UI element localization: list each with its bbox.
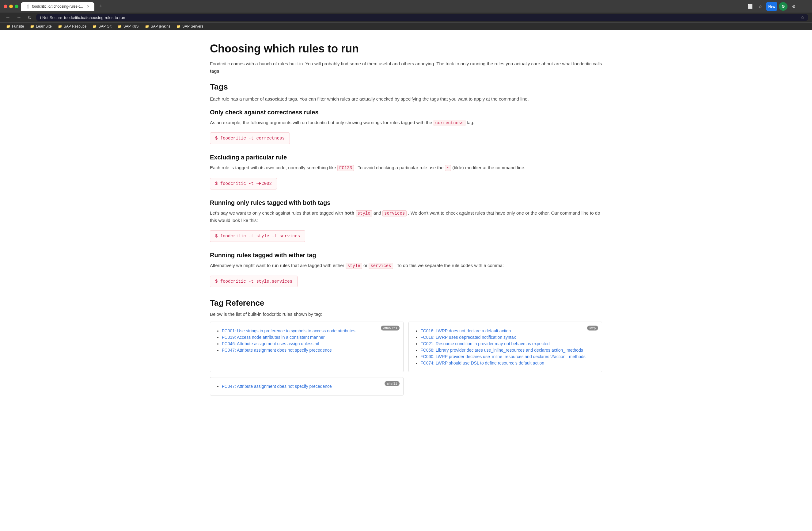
browser-tab[interactable]: 🍴 foodcritic.io/#choosing-rules-to-run × [21,2,95,11]
fc016-link[interactable]: FC016: LWRP does not declare a default a… [420,328,511,333]
new-badge-icon[interactable]: New [766,2,777,11]
intro-paragraph: Foodcritic comes with a bunch of rules b… [210,60,602,75]
attributes-badge: attributes [381,326,400,330]
list-item: FC047: Attribute assignment does not spe… [222,384,397,389]
folder-icon: 📁 [6,25,11,29]
bookmarks-bar: 📁 Funsite 📁 LearnSite 📁 SAP Resouce 📁 SA… [0,23,812,30]
bookmark-funsite-label: Funsite [12,24,24,29]
tab-favicon: 🍴 [26,4,30,9]
folder-icon: 📁 [176,25,181,29]
intro-bold: tags [210,68,219,74]
fc060-link[interactable]: FC060: LWRP provider declares use_inline… [420,354,585,359]
reload-button[interactable]: ↻ [26,14,33,21]
services-code2: services [368,263,393,269]
bookmark-sap-resource[interactable]: 📁 SAP Resouce [56,23,89,29]
list-item: FC016: LWRP does not declare a default a… [420,328,596,333]
new-tab-button[interactable]: + [97,2,105,11]
window-controls [4,4,18,8]
chef11-list: FC047: Attribute assignment does not spe… [216,384,397,389]
list-item: FC058: Library provider declares use_inl… [420,348,596,353]
settings-icon[interactable]: ⋮ [800,2,808,11]
running-both-heading: Running only rules tagged with both tags [210,199,602,206]
tag-card-chef11: chef11 FC047: Attribute assignment does … [210,377,404,396]
fc019-link[interactable]: FC019: Access node attributes in a consi… [222,335,324,340]
fc046-link[interactable]: FC046: Attribute assignment uses assign … [222,341,319,346]
fc001-link[interactable]: FC001: Use strings in preference to symb… [222,328,356,333]
bookmark-sap-servers[interactable]: 📁 SAP Servers [174,23,206,29]
tilde-code: ~ [445,165,451,171]
list-item: FC047: Attribute assignment does not spe… [222,348,397,353]
tags-intro: Each rule has a number of associated tag… [210,95,602,103]
not-secure-indicator: ℹ Not Secure [40,15,62,20]
bookmark-sap-jenkins-label: SAP jenkins [151,24,170,29]
list-item: FC074: LWRP should use DSL to define res… [420,360,596,365]
fc047-link[interactable]: FC047: Attribute assignment does not spe… [222,348,332,353]
user-avatar-icon[interactable]: G [779,2,787,11]
close-window-button[interactable] [4,4,8,8]
only-check-heading: Only check against correctness rules [210,109,602,116]
bookmark-learnsite-label: LearnSite [36,24,52,29]
list-item: FC019: Access node attributes in a consi… [222,335,397,340]
running-both-code-block: $ foodcritic -t style -t services [210,230,305,242]
back-button[interactable]: ← [4,14,12,21]
extensions-icon[interactable]: ⚙ [789,2,798,11]
page-content: Choosing which rules to run Foodcritic c… [191,30,621,408]
bookmark-star-icon[interactable]: ☆ [756,2,765,11]
maximize-window-button[interactable] [15,4,18,8]
running-both-text: Let's say we want to only check against … [210,210,602,224]
bookmark-sap-git[interactable]: 📁 SAP Git [90,23,114,29]
bookmark-sap-k8s[interactable]: 📁 SAP K8S [115,23,141,29]
page-title: Choosing which rules to run [210,42,602,55]
screen-cast-icon[interactable]: ⬜ [745,2,754,11]
bookmark-sap-git-label: SAP Git [98,24,111,29]
browser-titlebar: 🍴 foodcritic.io/#choosing-rules-to-run ×… [0,0,812,13]
fc018-link[interactable]: FC018: LWRP uses deprecated notification… [420,335,516,340]
running-either-code-block: $ foodcritic -t style,services [210,276,298,287]
fc074-link[interactable]: FC074: LWRP should use DSL to define res… [420,360,544,365]
address-text[interactable]: foodcritic.io/#choosing-rules-to-run [64,15,799,20]
tag-card-lwrp: lwrp FC016: LWRP does not declare a defa… [408,321,602,372]
list-item: FC001: Use strings in preference to symb… [222,328,397,333]
list-item: FC060: LWRP provider declares use_inline… [420,354,596,359]
tags-heading: Tags [210,82,602,92]
excluding-code: $ foodcritic -t ~FC002 [215,181,272,186]
chef11-badge: chef11 [385,381,400,386]
running-either-text: Alternatively we might want to run rules… [210,262,602,269]
running-either-text3: . To do this we separate the rule codes … [394,263,504,268]
folder-icon: 📁 [58,25,62,29]
tag-reference-intro: Below is the list of built-in foodcritic… [210,312,602,317]
tag-grid: attributes FC001: Use strings in prefere… [210,321,602,396]
excluding-text1: Each rule is tagged with its own code, n… [210,165,336,170]
bookmark-learnsite[interactable]: 📁 LearnSite [28,23,54,29]
running-both-text1: Let's say we want to only check against … [210,210,343,216]
running-either-code: $ foodcritic -t style,services [215,279,292,284]
bookmark-sap-resource-label: SAP Resouce [64,24,87,29]
style-code2: style [346,263,362,269]
only-check-text2: tag. [467,120,474,125]
correctness-tag: correctness [434,120,465,126]
bookmark-sap-jenkins[interactable]: 📁 SAP jenkins [143,23,173,29]
address-input-wrap[interactable]: ℹ Not Secure foodcritic.io/#choosing-rul… [36,14,808,21]
folder-icon: 📁 [30,25,34,29]
excluding-text2: . To avoid checking a particular rule us… [355,165,444,170]
tag-reference-heading: Tag Reference [210,298,602,308]
list-item: FC046: Attribute assignment uses assign … [222,341,397,346]
only-check-text1: As an example, the following arguments w… [210,120,432,125]
bookmark-funsite[interactable]: 📁 Funsite [4,23,26,29]
minimize-window-button[interactable] [9,4,13,8]
fc047-chef11-link[interactable]: FC047: Attribute assignment does not spe… [222,384,332,389]
intro-end: . [219,68,221,74]
attributes-list: FC001: Use strings in preference to symb… [216,328,397,353]
running-either-text2: or [363,263,367,268]
tab-close-button[interactable]: × [87,4,89,9]
not-secure-label: Not Secure [42,15,62,20]
tab-title: foodcritic.io/#choosing-rules-to-run [32,4,85,9]
running-either-text1: Alternatively we might want to run rules… [210,263,344,268]
forward-button[interactable]: → [15,14,23,21]
bookmark-icon[interactable]: ☆ [801,15,804,20]
fc021-link[interactable]: FC021: Resource condition in provider ma… [420,341,550,346]
browser-chrome: 🍴 foodcritic.io/#choosing-rules-to-run ×… [0,0,812,30]
bookmark-sap-k8s-label: SAP K8S [124,24,139,29]
only-check-text: As an example, the following arguments w… [210,119,602,126]
fc058-link[interactable]: FC058: Library provider declares use_inl… [420,348,583,353]
